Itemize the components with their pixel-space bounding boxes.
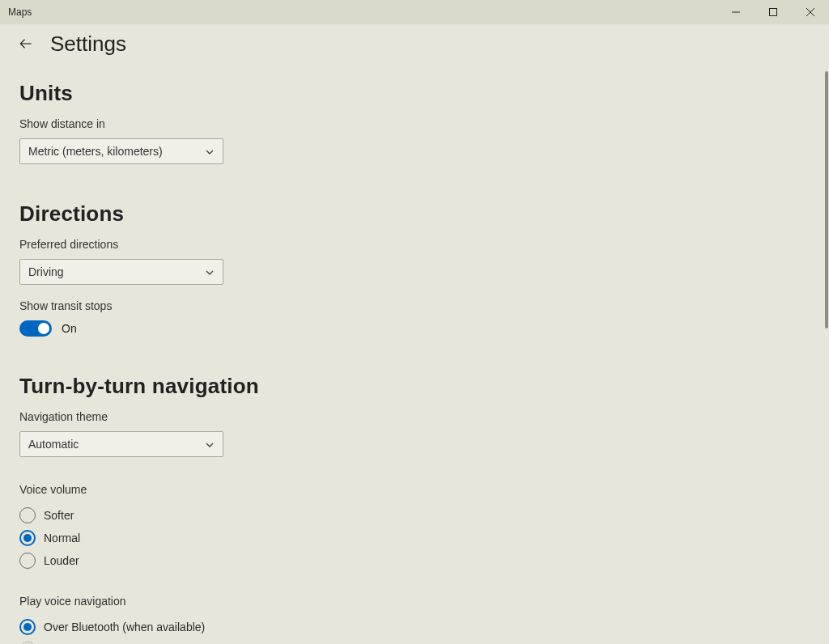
radio-icon <box>19 553 36 569</box>
chevron-down-icon <box>205 267 215 277</box>
page-header: Settings <box>0 24 829 63</box>
section-units-title: Units <box>19 81 547 106</box>
distance-combo[interactable]: Metric (meters, kilometers) <box>19 138 223 164</box>
radio-icon <box>19 507 36 523</box>
preferred-directions-combo[interactable]: Driving <box>19 259 223 285</box>
transit-stops-state: On <box>62 322 77 335</box>
minimize-button[interactable] <box>717 0 755 24</box>
settings-content: Units Show distance in Metric (meters, k… <box>0 63 567 644</box>
voice-louder-label: Louder <box>44 554 79 567</box>
section-nav-title: Turn-by-turn navigation <box>19 374 547 399</box>
section-directions-title: Directions <box>19 201 547 227</box>
play-bluetooth-label: Over Bluetooth (when available) <box>44 621 205 633</box>
back-button[interactable] <box>16 34 36 53</box>
play-bluetooth-option[interactable]: Over Bluetooth (when available) <box>19 616 547 638</box>
play-voice-label: Play voice navigation <box>19 595 547 608</box>
page-title: Settings <box>50 32 126 57</box>
voice-normal-label: Normal <box>44 532 80 544</box>
voice-softer-label: Softer <box>44 509 74 522</box>
maximize-button[interactable] <box>755 0 792 24</box>
transit-stops-label: Show transit stops <box>19 299 547 312</box>
voice-softer-option[interactable]: Softer <box>19 504 547 527</box>
nav-theme-combo[interactable]: Automatic <box>19 431 223 457</box>
chevron-down-icon <box>205 439 215 449</box>
voice-normal-option[interactable]: Normal <box>19 527 547 549</box>
voice-louder-option[interactable]: Louder <box>19 549 547 572</box>
chevron-down-icon <box>205 146 215 156</box>
radio-selected-icon <box>19 619 36 635</box>
play-device-option: On this device <box>19 638 547 644</box>
titlebar: Maps <box>0 0 829 24</box>
preferred-directions-label: Preferred directions <box>19 238 547 251</box>
nav-theme-value: Automatic <box>28 438 79 451</box>
nav-theme-label: Navigation theme <box>19 410 547 423</box>
preferred-directions-value: Driving <box>28 265 64 278</box>
distance-combo-value: Metric (meters, kilometers) <box>28 145 163 158</box>
svg-rect-1 <box>770 9 777 16</box>
transit-stops-toggle[interactable] <box>19 320 52 337</box>
voice-volume-label: Voice volume <box>19 483 547 496</box>
app-title: Maps <box>0 6 32 18</box>
radio-selected-icon <box>19 530 36 546</box>
close-button[interactable] <box>792 0 829 24</box>
distance-label: Show distance in <box>19 117 547 130</box>
